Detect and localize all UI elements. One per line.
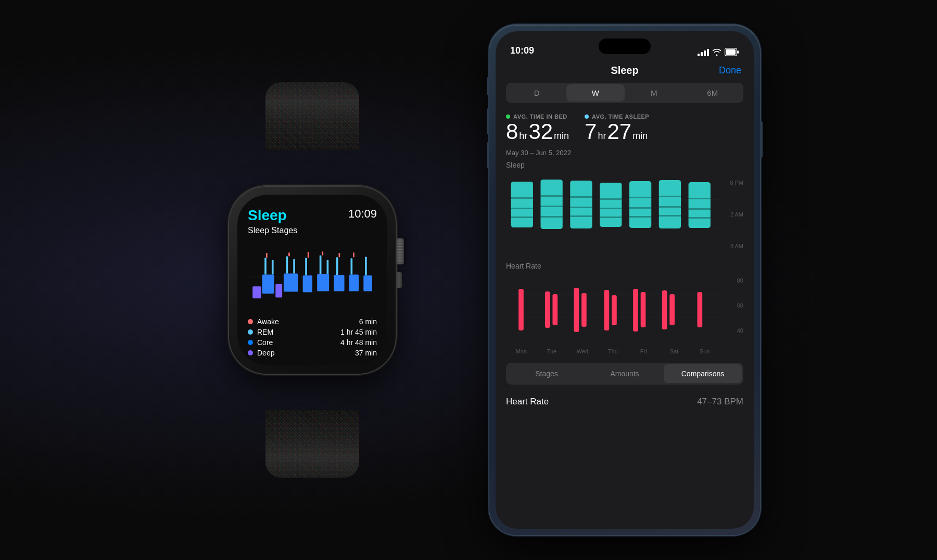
svg-rect-53: [629, 216, 651, 218]
bed-hr-unit: hr: [519, 131, 527, 142]
svg-rect-30: [726, 49, 736, 55]
svg-rect-67: [552, 294, 558, 325]
svg-rect-59: [689, 198, 711, 199]
heart-rate-label: Heart Rate: [506, 397, 549, 407]
phone-volume-up: [487, 108, 489, 134]
wifi-icon: [712, 48, 721, 56]
phone-power-button: [760, 121, 763, 158]
heart-rate-value: 47–73 BPM: [697, 397, 743, 407]
x-tue: Tue: [537, 348, 567, 354]
deep-label: Deep: [257, 349, 274, 357]
hr-chart-section: Heart Rate: [496, 262, 754, 359]
svg-rect-9: [334, 275, 344, 291]
tab-comparisons[interactable]: Comparisons: [664, 364, 742, 383]
asleep-hr-unit: hr: [598, 131, 606, 142]
svg-rect-20: [350, 258, 352, 274]
segment-control[interactable]: D W M 6M: [506, 83, 743, 103]
watch-band-bottom: [265, 410, 359, 478]
date-range: May 30 – Jun 5, 2022: [496, 149, 754, 161]
bed-min-unit: min: [554, 131, 569, 142]
svg-rect-22: [266, 253, 268, 258]
svg-rect-71: [612, 295, 617, 325]
rem-label: REM: [257, 328, 273, 336]
battery-icon: [725, 48, 739, 56]
svg-rect-25: [322, 251, 323, 255]
svg-rect-5: [262, 274, 274, 294]
phone-volume-down: [487, 142, 489, 168]
hr-y-40: 40: [720, 327, 743, 334]
svg-rect-34: [511, 182, 533, 227]
phone-silent-switch: [487, 77, 489, 95]
svg-rect-51: [629, 197, 651, 198]
svg-rect-27: [353, 252, 354, 257]
svg-rect-66: [545, 291, 550, 328]
rem-value: 1 hr 45 min: [340, 328, 377, 336]
svg-rect-40: [540, 206, 562, 207]
svg-rect-13: [272, 260, 274, 275]
x-sat: Sat: [659, 348, 690, 354]
svg-rect-73: [641, 292, 646, 327]
svg-rect-43: [570, 196, 592, 198]
tab-stages[interactable]: Stages: [508, 364, 586, 383]
asleep-dot: [585, 114, 589, 119]
watch-body: Sleep 10:09 Sleep Stages: [229, 186, 396, 374]
svg-rect-47: [600, 198, 622, 200]
svg-rect-6: [284, 274, 298, 292]
watch-side-button: [396, 272, 402, 288]
svg-rect-57: [659, 215, 681, 217]
svg-rect-36: [511, 208, 533, 209]
svg-rect-18: [327, 260, 329, 274]
stat-bed: AVG. TIME IN BED 8 hr 32 min: [506, 113, 569, 143]
svg-rect-10: [349, 274, 359, 291]
svg-rect-29: [737, 50, 739, 54]
svg-rect-54: [659, 180, 681, 228]
sleep-chart-label: Sleep: [506, 161, 743, 169]
bed-dot: [506, 114, 510, 119]
svg-rect-55: [659, 196, 681, 197]
nav-bar: Sleep Done: [496, 60, 754, 83]
nav-title: Sleep: [611, 65, 638, 77]
svg-rect-11: [363, 275, 372, 291]
svg-rect-61: [689, 217, 711, 219]
done-button[interactable]: Done: [719, 65, 741, 76]
svg-rect-58: [689, 182, 711, 228]
deep-dot: [248, 350, 253, 355]
segment-m[interactable]: M: [625, 84, 683, 101]
bottom-tabs[interactable]: Stages Amounts Comparisons: [506, 363, 743, 385]
svg-rect-19: [336, 257, 338, 275]
segment-6m[interactable]: 6M: [683, 84, 742, 101]
svg-rect-48: [600, 208, 622, 209]
asleep-hours: 7: [585, 121, 597, 143]
svg-rect-44: [570, 207, 592, 208]
phone-body: 10:09: [489, 25, 760, 535]
svg-rect-52: [629, 207, 651, 209]
svg-rect-3: [252, 286, 261, 298]
watch-title: Sleep: [248, 207, 287, 224]
svg-rect-37: [511, 217, 533, 218]
svg-rect-69: [581, 293, 587, 327]
segment-d[interactable]: D: [508, 84, 566, 101]
x-thu: Thu: [598, 348, 628, 354]
svg-rect-4: [275, 284, 282, 298]
svg-rect-76: [697, 292, 702, 327]
svg-rect-14: [286, 257, 288, 274]
scene: Sleep 10:09 Sleep Stages: [177, 25, 760, 535]
heart-rate-row: Heart Rate 47–73 BPM: [496, 389, 754, 414]
phone-container: 10:09: [489, 25, 760, 535]
tab-amounts[interactable]: Amounts: [586, 364, 664, 383]
asleep-mins: 27: [607, 121, 631, 143]
x-wed: Wed: [567, 348, 598, 354]
awake-label: Awake: [257, 317, 279, 326]
signal-icon: [698, 48, 709, 56]
watch-container: Sleep 10:09 Sleep Stages: [177, 129, 448, 431]
svg-rect-41: [540, 216, 562, 218]
segment-w[interactable]: W: [566, 84, 625, 101]
svg-rect-26: [339, 253, 340, 257]
svg-rect-15: [293, 259, 295, 274]
hr-chart-label: Heart Rate: [506, 262, 743, 270]
x-fri: Fri: [628, 348, 659, 354]
svg-rect-56: [659, 206, 681, 208]
hr-y-60: 60: [720, 302, 743, 309]
legend-rem: REM 1 hr 45 min: [248, 328, 377, 336]
svg-rect-12: [264, 258, 267, 274]
